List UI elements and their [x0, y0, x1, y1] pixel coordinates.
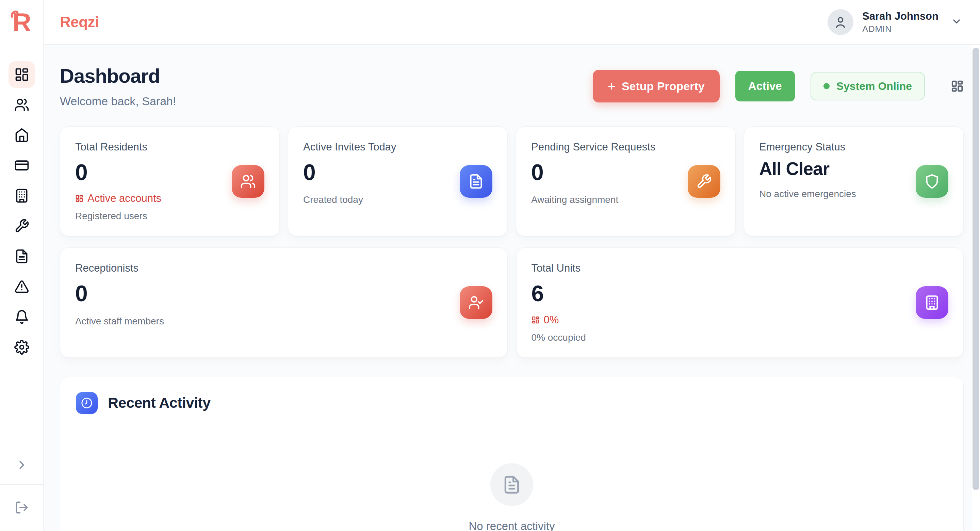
- user-check-icon: [468, 295, 484, 311]
- alert-triangle-icon: [14, 279, 29, 294]
- stat-value: 0: [75, 282, 492, 305]
- users-icon: [14, 97, 29, 112]
- stat-card-pending-requests: Pending Service Requests 0 Awaiting assi…: [516, 126, 736, 236]
- dashboard-grid-icon: [951, 80, 964, 92]
- sidebar-divider: [0, 484, 43, 485]
- sidebar-item-notifications[interactable]: [8, 304, 35, 330]
- recent-activity-card: Recent Activity No recent activity Activ…: [60, 377, 964, 531]
- wrench-icon: [696, 174, 712, 189]
- units-tile: [916, 286, 948, 319]
- credit-card-icon: [14, 158, 29, 173]
- chevron-down-icon[interactable]: [951, 16, 962, 29]
- emergency-tile: [916, 165, 948, 198]
- stat-sub: 0% occupied: [531, 332, 949, 343]
- sidebar-collapse-button[interactable]: [8, 452, 35, 478]
- file-text-icon: [502, 475, 521, 494]
- user-meta: Sarah Johnson ADMIN: [862, 10, 939, 34]
- settings-icon: [14, 340, 29, 355]
- stat-card-active-invites: Active Invites Today 0 Created today: [288, 126, 508, 236]
- layout-grid-button[interactable]: [951, 80, 964, 92]
- empty-state-title: No recent activity: [469, 520, 555, 531]
- residents-tile: [232, 165, 264, 198]
- mini-grid-icon: [75, 195, 83, 203]
- sidebar-item-dashboard[interactable]: [8, 61, 35, 88]
- stat-sub: Registered users: [75, 211, 264, 222]
- requests-tile: [688, 165, 721, 198]
- activity-clock-tile: [76, 392, 98, 414]
- active-status-button[interactable]: Active: [735, 71, 795, 101]
- stat-title: Emergency Status: [759, 141, 948, 153]
- clock-icon: [81, 397, 92, 409]
- stat-title: Active Invites Today: [303, 141, 492, 153]
- building-icon: [924, 295, 940, 311]
- stats-row: Total Residents 0 Active accounts Regist…: [60, 126, 964, 236]
- system-online-badge: System Online: [811, 72, 925, 100]
- setup-property-button[interactable]: + Setup Property: [593, 70, 720, 102]
- file-text-icon: [468, 174, 484, 189]
- toolbar: + Setup Property Active System Online: [593, 70, 964, 102]
- sidebar-item-settings[interactable]: [8, 334, 35, 360]
- scrollbar-track[interactable]: [972, 45, 980, 531]
- users-icon: [240, 174, 256, 189]
- sidebar-bottom: [0, 452, 43, 531]
- stat-value: 6: [531, 282, 949, 305]
- recent-activity-title: Recent Activity: [108, 394, 211, 411]
- dashboard-main: Dashboard Welcome back, Sarah! + Setup P…: [43, 45, 980, 531]
- sidebar-nav: [8, 61, 35, 360]
- user-name: Sarah Johnson: [862, 10, 939, 22]
- page-head: Dashboard Welcome back, Sarah! + Setup P…: [60, 64, 964, 108]
- bell-icon: [14, 309, 29, 324]
- main-column: Reqzi Sarah Johnson ADMIN Dashboard Welc…: [43, 0, 980, 531]
- page-title: Dashboard: [60, 64, 176, 87]
- app-root: R: [0, 0, 980, 531]
- system-online-label: System Online: [837, 80, 912, 92]
- stat-title: Receptionists: [75, 262, 492, 274]
- top-header: Reqzi Sarah Johnson ADMIN: [43, 0, 980, 45]
- user-role: ADMIN: [862, 24, 939, 34]
- sidebar-item-users[interactable]: [8, 92, 35, 118]
- stat-title: Pending Service Requests: [531, 141, 721, 153]
- logo-curl-icon: [10, 10, 21, 20]
- building-icon: [14, 188, 29, 203]
- scrollbar-thumb[interactable]: [972, 48, 979, 490]
- file-text-icon: [14, 249, 29, 264]
- home-icon: [14, 128, 29, 143]
- wrench-icon: [14, 218, 29, 233]
- stat-sub: Active staff members: [75, 316, 492, 327]
- invites-tile: [460, 165, 492, 198]
- sidebar-item-home[interactable]: [8, 122, 35, 148]
- activity-empty-state: No recent activity Activity will appear …: [60, 429, 963, 531]
- wide-stats-row: Receptionists 0 Active staff members Tot…: [60, 247, 964, 357]
- stat-highlight-label: 0%: [544, 314, 559, 326]
- logout-button[interactable]: [8, 494, 35, 521]
- user-menu[interactable]: Sarah Johnson ADMIN: [827, 9, 962, 35]
- logout-icon: [14, 501, 29, 515]
- avatar: [827, 9, 853, 35]
- stat-title: Total Residents: [75, 141, 264, 153]
- stat-highlight: 0%: [531, 314, 949, 326]
- receptionists-tile: [460, 286, 492, 319]
- sidebar-item-alerts[interactable]: [8, 273, 35, 300]
- brand-name: Reqzi: [60, 14, 99, 30]
- recent-activity-header: Recent Activity: [60, 377, 963, 429]
- sidebar-item-service[interactable]: [8, 213, 35, 239]
- stat-card-total-residents: Total Residents 0 Active accounts Regist…: [60, 126, 280, 236]
- stat-card-emergency-status: Emergency Status All Clear No active eme…: [744, 126, 964, 236]
- page-titles: Dashboard Welcome back, Sarah!: [60, 64, 176, 108]
- user-icon: [834, 15, 847, 29]
- page-subtitle: Welcome back, Sarah!: [60, 95, 176, 108]
- sidebar-item-documents[interactable]: [8, 243, 35, 269]
- sidebar-item-units[interactable]: [8, 182, 35, 209]
- setup-property-label: Setup Property: [622, 80, 705, 93]
- stat-highlight-label: Active accounts: [88, 192, 161, 204]
- online-dot-icon: [824, 83, 830, 89]
- dashboard-icon: [14, 67, 29, 82]
- shield-icon: [924, 174, 940, 189]
- sidebar: R: [0, 0, 43, 531]
- plus-icon: +: [608, 79, 616, 93]
- chevron-right-icon: [15, 458, 29, 472]
- brand-logo[interactable]: R: [0, 0, 43, 45]
- sidebar-item-payments[interactable]: [8, 152, 35, 179]
- stat-card-receptionists: Receptionists 0 Active staff members: [60, 247, 508, 357]
- empty-state-circle: [490, 463, 533, 506]
